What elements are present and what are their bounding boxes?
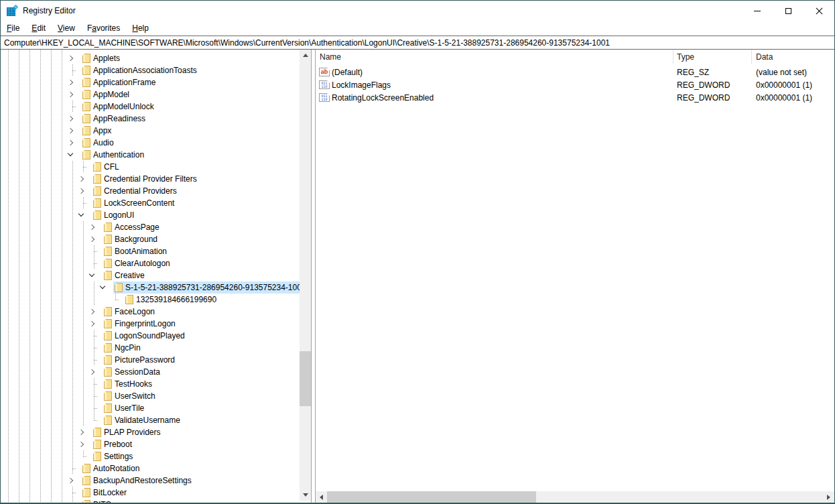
tree-item[interactable]: PicturePassword: [1, 354, 300, 366]
tree-item[interactable]: AppReadiness: [1, 113, 300, 125]
tree-item[interactable]: ApplicationFrame: [1, 76, 300, 88]
tree-item[interactable]: FaceLogon: [1, 306, 300, 318]
tree-item[interactable]: UserTile: [1, 402, 300, 414]
tree-item[interactable]: CFL: [1, 161, 300, 173]
chevron-down-icon[interactable]: [78, 211, 84, 216]
chevron-right-icon[interactable]: [89, 225, 94, 230]
tree-item[interactable]: BackupAndRestoreSettings: [1, 475, 300, 487]
tree-item[interactable]: Creative: [1, 269, 300, 281]
tree-item[interactable]: 132539184666199690: [1, 294, 300, 306]
menu-item-view[interactable]: View: [52, 21, 81, 35]
folder-icon: [104, 319, 112, 328]
tree-item[interactable]: LogonSoundPlayed: [1, 330, 300, 342]
tree-item-label: Credential Provider Filters: [104, 174, 197, 184]
tree-item[interactable]: AppModel: [1, 88, 300, 101]
tree-item[interactable]: AutoRotation: [1, 462, 300, 475]
scroll-right-button[interactable]: [823, 491, 834, 503]
chevron-down-icon[interactable]: [68, 151, 73, 156]
chevron-right-icon[interactable]: [68, 478, 73, 483]
chevron-right-icon[interactable]: [68, 140, 73, 145]
tree-item-label: UserTile: [115, 403, 144, 413]
registry-value-row[interactable]: 011110LockImageFlagsREG_DWORD0x00000001 …: [316, 78, 834, 91]
tree-item[interactable]: Credential Provider Filters: [1, 173, 300, 185]
chevron-right-icon[interactable]: [78, 176, 84, 182]
folder-icon: [104, 355, 112, 365]
column-header-data[interactable]: Data: [752, 50, 834, 64]
chevron-down-icon[interactable]: [89, 271, 94, 277]
maximize-button[interactable]: [773, 1, 804, 21]
tree-item[interactable]: BITS: [1, 499, 300, 503]
tree-item[interactable]: ValidateUsername: [1, 414, 300, 426]
folder-icon: [93, 162, 101, 172]
close-button[interactable]: [804, 1, 834, 21]
chevron-right-icon[interactable]: [68, 56, 73, 61]
tree-item[interactable]: FingerprintLogon: [1, 318, 300, 330]
values-horizontal-scrollbar[interactable]: [316, 491, 834, 503]
folder-icon: [82, 66, 90, 75]
tree-item[interactable]: Authentication: [1, 149, 300, 161]
tree-item[interactable]: S-1-5-21-388925731-286954260-913575234-1…: [1, 281, 300, 294]
tree-item[interactable]: Applets: [1, 52, 300, 64]
tree-item[interactable]: PLAP Providers: [1, 426, 300, 438]
tree-scrollbar-thumb[interactable]: [300, 351, 311, 406]
tree-item-label: AppReadiness: [93, 114, 145, 123]
folder-icon: [93, 452, 101, 461]
tree-item[interactable]: BitLocker: [1, 487, 300, 499]
tree-item[interactable]: NgcPin: [1, 342, 300, 354]
tree-item[interactable]: LogonUI: [1, 209, 300, 221]
scroll-up-button[interactable]: [300, 50, 311, 61]
address-bar-path: Computer\HKEY_LOCAL_MACHINE\SOFTWARE\Mic…: [4, 38, 610, 48]
chevron-right-icon[interactable]: [78, 442, 84, 447]
tree-item[interactable]: TestHooks: [1, 378, 300, 390]
folder-icon: [82, 488, 90, 497]
window-title: Registry Editor: [23, 6, 76, 15]
address-bar[interactable]: Computer\HKEY_LOCAL_MACHINE\SOFTWARE\Mic…: [1, 36, 834, 50]
registry-value-row[interactable]: ab(Default)REG_SZ(value not set): [316, 66, 834, 78]
registry-value-row[interactable]: 011110RotatingLockScreenEnabledREG_DWORD…: [316, 91, 834, 104]
tree-item[interactable]: LockScreenContent: [1, 197, 300, 209]
chevron-right-icon[interactable]: [78, 430, 84, 435]
tree-item[interactable]: ApplicationAssociationToasts: [1, 64, 300, 76]
tree-item[interactable]: AppModelUnlock: [1, 101, 300, 113]
scroll-down-button[interactable]: [300, 489, 311, 501]
tree-item[interactable]: UserSwitch: [1, 390, 300, 402]
minimize-button[interactable]: [742, 1, 773, 21]
scroll-left-button[interactable]: [316, 491, 327, 503]
tree-vertical-scrollbar[interactable]: [300, 50, 311, 501]
tree-item[interactable]: Background: [1, 233, 300, 245]
chevron-right-icon[interactable]: [89, 237, 94, 242]
tree-item[interactable]: ClearAutologon: [1, 257, 300, 269]
folder-icon: [82, 54, 90, 63]
menu-item-file[interactable]: File: [1, 21, 25, 35]
tree-item[interactable]: Credential Providers: [1, 185, 300, 197]
tree-item[interactable]: BootAnimation: [1, 245, 300, 257]
chevron-right-icon[interactable]: [89, 369, 94, 375]
tree-item[interactable]: SessionData: [1, 366, 300, 378]
folder-icon: [82, 476, 90, 485]
tree-item[interactable]: Appx: [1, 125, 300, 137]
value-name: (Default): [332, 68, 363, 77]
chevron-right-icon[interactable]: [89, 309, 94, 314]
tree-item[interactable]: Preboot: [1, 438, 300, 450]
chevron-right-icon[interactable]: [68, 116, 73, 121]
tree-item[interactable]: Settings: [1, 450, 300, 462]
arrow-right-icon: [827, 495, 830, 500]
chevron-right-icon[interactable]: [68, 92, 73, 97]
tree-item[interactable]: AccessPage: [1, 221, 300, 233]
chevron-right-icon[interactable]: [68, 128, 73, 133]
folder-icon: [93, 428, 101, 437]
values-scrollbar-thumb[interactable]: [327, 491, 536, 503]
menu-item-edit[interactable]: Edit: [25, 21, 52, 35]
tree-item[interactable]: Audio: [1, 137, 300, 149]
column-header-name[interactable]: Name: [316, 50, 673, 64]
menu-item-favorites[interactable]: Favorites: [81, 21, 126, 35]
chevron-right-icon[interactable]: [78, 188, 84, 194]
folder-icon: [115, 283, 123, 292]
chevron-down-icon[interactable]: [100, 284, 105, 289]
menu-item-help[interactable]: Help: [126, 21, 155, 35]
chevron-right-icon[interactable]: [89, 321, 94, 326]
chevron-right-icon[interactable]: [68, 80, 73, 85]
tree-item-label: NgcPin: [115, 343, 141, 353]
arrow-up-icon: [303, 54, 308, 57]
column-header-type[interactable]: Type: [673, 50, 752, 64]
